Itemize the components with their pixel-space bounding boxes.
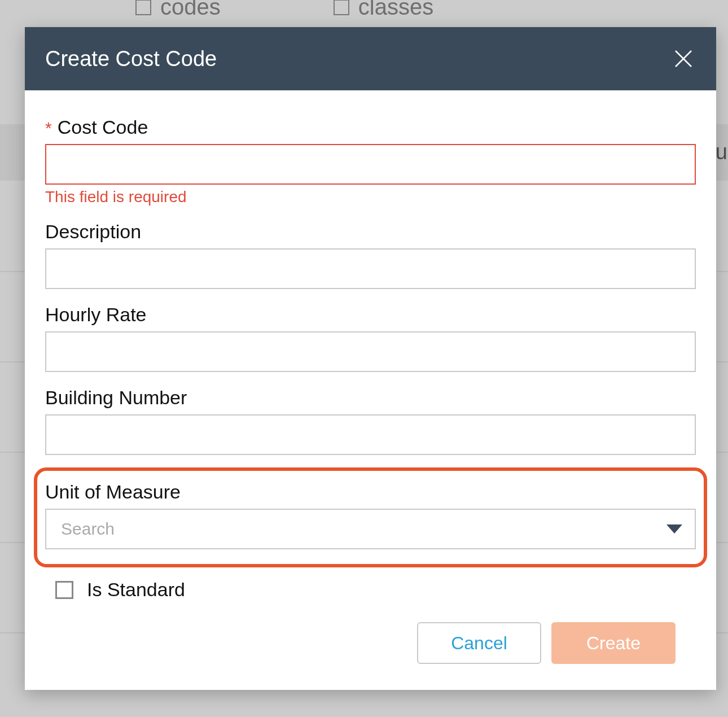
building-number-input[interactable] <box>45 414 696 455</box>
hourly-rate-input[interactable] <box>45 331 696 372</box>
unit-of-measure-input[interactable]: Search <box>45 509 696 549</box>
close-icon <box>673 49 694 69</box>
field-hourly-rate: Hourly Rate <box>45 304 696 372</box>
unit-of-measure-highlight: Unit of Measure Search <box>34 467 707 567</box>
hourly-rate-label: Hourly Rate <box>45 304 147 326</box>
unit-of-measure-label: Unit of Measure <box>45 481 181 503</box>
description-input[interactable] <box>45 248 696 289</box>
field-is-standard: Is Standard <box>45 579 696 601</box>
cancel-button-label: Cancel <box>451 633 507 654</box>
create-button-label: Create <box>586 633 641 654</box>
field-building-number: Building Number <box>45 387 696 455</box>
create-button[interactable]: Create <box>551 622 676 664</box>
field-cost-code: * Cost Code This field is required <box>45 116 696 206</box>
cost-code-input[interactable] <box>45 144 696 185</box>
modal-body: * Cost Code This field is required Descr… <box>25 90 716 690</box>
cancel-button[interactable]: Cancel <box>417 622 541 664</box>
is-standard-label: Is Standard <box>87 579 185 601</box>
is-standard-checkbox[interactable] <box>55 581 73 599</box>
create-cost-code-modal: Create Cost Code * Cost Code This field … <box>25 27 716 690</box>
close-button[interactable] <box>671 46 696 71</box>
cost-code-label: Cost Code <box>58 116 148 138</box>
modal-header: Create Cost Code <box>25 27 716 90</box>
required-asterisk: * <box>45 119 52 138</box>
modal-footer: Cancel Create <box>45 611 696 684</box>
building-number-label: Building Number <box>45 387 187 409</box>
unit-of-measure-select[interactable]: Search <box>45 509 696 549</box>
modal-title: Create Cost Code <box>45 47 217 71</box>
description-label: Description <box>45 221 141 243</box>
field-description: Description <box>45 221 696 289</box>
cost-code-error: This field is required <box>45 188 696 206</box>
field-unit-of-measure: Unit of Measure Search <box>45 481 696 549</box>
unit-of-measure-placeholder: Search <box>61 519 115 539</box>
cost-code-label-row: * Cost Code <box>45 116 696 138</box>
